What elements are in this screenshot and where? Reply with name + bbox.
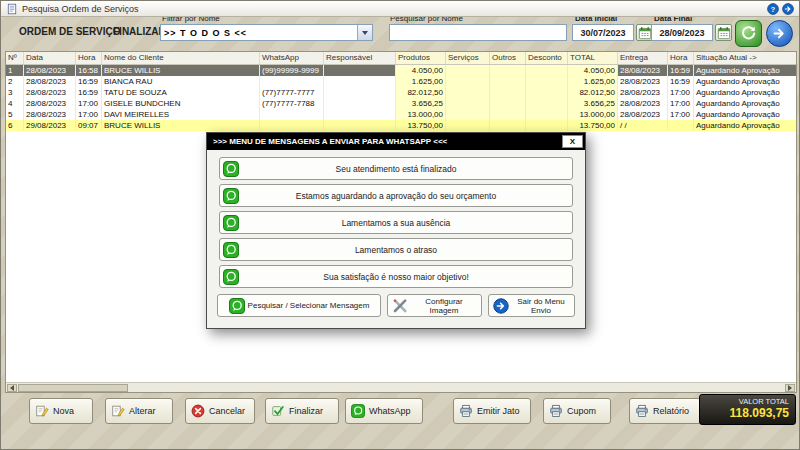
- help-button[interactable]: ?: [767, 3, 779, 15]
- exit-menu-button[interactable]: Sair do Menu Envio: [488, 294, 575, 317]
- select-message-button[interactable]: Pesquisar / Selecionar Mensagem: [217, 294, 381, 317]
- table-cell: [526, 109, 568, 120]
- calendar-icon: [638, 26, 652, 40]
- table-cell: 16:58: [76, 65, 102, 76]
- table-cell: [526, 76, 568, 87]
- whatsapp-message-button[interactable]: Lamentamos a sua ausência: [219, 211, 573, 234]
- whatsapp-message-button[interactable]: Lamentamos o atraso: [219, 238, 573, 261]
- whatsapp-icon: [229, 298, 245, 314]
- cupom-button[interactable]: Cupom: [543, 398, 611, 424]
- table-row[interactable]: 128/08/202316:58BRUCE WILLIS(99)99999-99…: [6, 65, 796, 76]
- go-search-button[interactable]: [766, 20, 793, 47]
- cancelar-button[interactable]: Cancelar: [185, 398, 255, 424]
- whatsapp-message-modal: >>> MENU DE MENSAGENS A ENVIAR PARA WHAT…: [206, 132, 586, 329]
- help-icon: ?: [767, 3, 779, 15]
- table-cell: 28/08/2023: [618, 109, 668, 120]
- column-header: Outros: [490, 52, 526, 64]
- table-cell: 16:59: [76, 76, 102, 87]
- column-header: Entrega: [618, 52, 668, 64]
- action-label: Sair do Menu Envio: [512, 297, 570, 315]
- button-label: Cancelar: [209, 406, 245, 416]
- column-header: Produtos: [396, 52, 446, 64]
- table-row[interactable]: 629/08/202309:07BRUCE WILLIS13.750,0013.…: [6, 120, 796, 131]
- table-cell: [446, 76, 490, 87]
- table-cell: [526, 120, 568, 131]
- total-value: 118.093,75: [706, 406, 789, 420]
- column-header: Desconto: [526, 52, 568, 64]
- button-label: Alterar: [129, 406, 156, 416]
- whatsapp-message-button[interactable]: Seu atendimento está finalizado: [219, 157, 573, 180]
- table-cell: 13.750,00: [568, 120, 618, 131]
- table-cell: 13.000,00: [568, 109, 618, 120]
- scroll-left-arrow[interactable]: [7, 384, 17, 392]
- message-label: Estamos aguardando a aprovação do seu or…: [220, 191, 572, 201]
- window-icon: [6, 3, 18, 15]
- table-row[interactable]: 428/08/202317:00GISELE BUNDCHEN(77)7777-…: [6, 98, 796, 109]
- table-cell: 28/08/2023: [618, 76, 668, 87]
- table-cell: BRUCE WILLIS: [102, 65, 260, 76]
- table-cell: 1.625,00: [396, 76, 446, 87]
- table-cell: (77)7777-7788: [260, 98, 324, 109]
- whatsapp-message-button[interactable]: Sua satisfação é nosso maior objetivo!: [219, 265, 573, 288]
- table-cell: 17:00: [668, 87, 694, 98]
- table-row[interactable]: 328/08/202316:59TATU DE SOUZA(77)7777-77…: [6, 87, 796, 98]
- table-cell: 3.656,25: [396, 98, 446, 109]
- table-cell: 13.000,00: [396, 109, 446, 120]
- date-end-field[interactable]: 28/09/2023: [651, 24, 713, 41]
- go-arrow-icon: [771, 30, 788, 45]
- scrollbar-thumb[interactable]: [18, 384, 128, 392]
- refresh-button[interactable]: [735, 20, 762, 47]
- table-cell: Aguardando Aprovação: [694, 120, 796, 131]
- printer-icon: [549, 404, 563, 418]
- whatsapp-icon: [223, 269, 239, 285]
- date-end-calendar-button[interactable]: [715, 24, 732, 41]
- column-header: TOTAL: [568, 52, 618, 64]
- configure-image-button[interactable]: Configurar Imagem: [387, 294, 482, 317]
- table-cell: 28/08/2023: [618, 98, 668, 109]
- exit-arrow-icon: [493, 298, 509, 314]
- table-cell: / /: [618, 120, 668, 131]
- modal-titlebar: >>> MENU DE MENSAGENS A ENVIAR PARA WHAT…: [207, 133, 585, 150]
- nova-button[interactable]: Nova: [29, 398, 93, 424]
- table-cell: 2: [6, 76, 24, 87]
- button-label: WhatsApp: [369, 406, 411, 416]
- message-list: Seu atendimento está finalizadoEstamos a…: [207, 150, 585, 288]
- message-label: Sua satisfação é nosso maior objetivo!: [220, 272, 572, 282]
- table-cell: 3: [6, 87, 24, 98]
- whatsapp-button[interactable]: WhatsApp: [345, 398, 423, 424]
- whatsapp-message-button[interactable]: Estamos aguardando a aprovação do seu or…: [219, 184, 573, 207]
- table-cell: [490, 76, 526, 87]
- table-cell: 5: [6, 109, 24, 120]
- table-row[interactable]: 228/08/202316:59BIANCA RAU1.625,001.625,…: [6, 76, 796, 87]
- relatorio-button[interactable]: Relatório: [629, 398, 701, 424]
- horizontal-scrollbar[interactable]: [6, 382, 796, 392]
- table-cell: 28/08/2023: [618, 87, 668, 98]
- table-cell: 4: [6, 98, 24, 109]
- finalizar-button[interactable]: Finalizar: [265, 398, 339, 424]
- column-header: Situação Atual ->: [694, 52, 798, 64]
- table-cell: 17:00: [668, 98, 694, 109]
- exit-app-button[interactable]: [782, 3, 794, 15]
- emitir-jato-button[interactable]: Emitir Jato: [453, 398, 531, 424]
- table-cell: Aguardando Aprovação: [694, 87, 796, 98]
- table-cell: 09:07: [76, 120, 102, 131]
- table-cell: 13.750,00: [396, 120, 446, 131]
- scroll-right-arrow[interactable]: [785, 384, 795, 392]
- refresh-icon: [740, 30, 757, 45]
- action-label: Configurar Imagem: [411, 297, 477, 315]
- table-cell: [324, 98, 396, 109]
- modal-title: >>> MENU DE MENSAGENS A ENVIAR PARA WHAT…: [213, 137, 447, 146]
- button-label: Finalizar: [289, 406, 323, 416]
- edit-pencil-icon: [111, 404, 125, 418]
- search-input[interactable]: [389, 24, 567, 41]
- filter-name-select[interactable]: >> T O D O S <<: [160, 24, 373, 41]
- table-cell: Aguardando Aprovação: [694, 98, 796, 109]
- modal-close-button[interactable]: X: [562, 135, 583, 148]
- table-row[interactable]: 528/08/202317:00DAVI MEIRELLES13.000,001…: [6, 109, 796, 120]
- table-cell: [526, 65, 568, 76]
- table-cell: 16:59: [668, 76, 694, 87]
- chevron-down-icon: [357, 25, 372, 40]
- table-cell: 17:00: [76, 109, 102, 120]
- alterar-button[interactable]: Alterar: [105, 398, 173, 424]
- date-start-field[interactable]: 30/07/2023: [572, 24, 634, 41]
